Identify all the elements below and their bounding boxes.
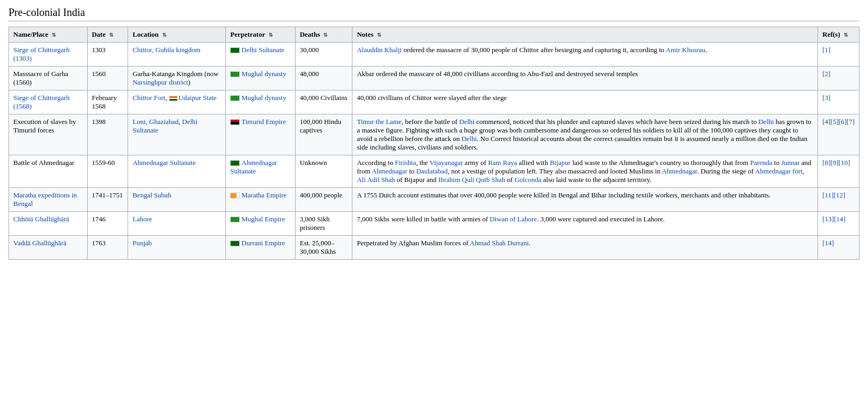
notes-link[interactable]: Bijapur (550, 159, 570, 167)
sort-icon-name[interactable]: ⇅ (52, 32, 56, 38)
cell-refs: [3] (818, 90, 859, 114)
name-link[interactable]: Vaddā Ghallūghārā (13, 239, 66, 247)
notes-link[interactable]: Ram Raya (488, 159, 517, 167)
ref-link[interactable]: [11] (822, 191, 833, 199)
notes-link[interactable]: Ali Adil Shah (357, 176, 395, 184)
perpetrator-link[interactable]: Maratha Empire (241, 191, 286, 199)
table-row: Chhōtā Ghallūghārā1746LahoreMughal Empir… (9, 212, 859, 236)
notes-link[interactable]: Vijayanagar (429, 159, 463, 167)
notes-link[interactable]: Alauddin Khalji (357, 46, 401, 54)
sort-icon-perpetrator[interactable]: ⇅ (268, 32, 273, 38)
notes-link[interactable]: Firishta (395, 159, 416, 167)
cell-deaths: 100,000 Hindu captives (295, 114, 352, 155)
notes-link[interactable]: Ahmednagar (662, 167, 697, 175)
location-link[interactable]: Loni, Ghaziabad (132, 118, 179, 126)
location-link[interactable]: Chittor, Guhila kingdom (132, 46, 200, 54)
notes-link[interactable]: Delhi (759, 118, 774, 126)
cell-date: 1398 (87, 114, 128, 155)
notes-link[interactable]: Daulatabad (416, 167, 448, 175)
name-link[interactable]: Chhōtā Ghallūghārā (13, 215, 69, 223)
ref-link[interactable]: [8] (822, 159, 830, 167)
name-link[interactable]: Siege of Chittorgarh (1568) (13, 94, 70, 110)
notes-link[interactable]: Delhi (461, 135, 477, 143)
header-name[interactable]: Name/Place ⇅ (9, 27, 88, 43)
cell-date: 1303 (87, 43, 128, 67)
table-row: Masssacre of Garha (1560)1560Garha-Katan… (9, 67, 859, 90)
notes-link[interactable]: Diwan of Lahore (490, 215, 537, 223)
notes-link[interactable]: Golconda (515, 176, 542, 184)
sort-icon-notes[interactable]: ⇅ (377, 32, 381, 38)
cell-perpetrator: Ahmednagar Sultanate (226, 155, 296, 188)
cell-name: Execution of slaves by Timurid forces (9, 114, 88, 155)
notes-link[interactable]: Ahmad Shah Durrani (470, 239, 529, 247)
cell-date: February 1568 (87, 90, 128, 114)
cell-notes: 40,000 civillians of Chittor were slayed… (352, 90, 818, 114)
notes-link[interactable]: Amir Khusrau (665, 46, 705, 54)
cell-date: 1746 (87, 212, 128, 236)
header-location[interactable]: Location ⇅ (128, 27, 226, 43)
header-notes[interactable]: Notes ⇅ (352, 27, 818, 43)
location-link[interactable]: Narsinghpur district (132, 78, 188, 86)
header-deaths[interactable]: Deaths ⇅ (295, 27, 352, 43)
table-row: Vaddā Ghallūghārā1763PunjabDurrani Empir… (9, 236, 859, 260)
perpetrator-link[interactable]: Mughal dynasty (241, 70, 286, 78)
perpetrator-link[interactable]: Mughal Empire (241, 215, 285, 223)
notes-link[interactable]: Ibrahim Quli Qutb Shah (439, 176, 505, 184)
notes-link[interactable]: Timur the Lame (357, 118, 401, 126)
cell-name: Masssacre of Garha (1560) (9, 67, 88, 90)
location-link[interactable]: Chittor Fort (132, 94, 165, 102)
location-link[interactable]: Bengal Subah (132, 191, 171, 199)
cell-date: 1741–1751 (87, 188, 128, 212)
cell-notes: Timur the Lame, before the battle of Del… (352, 114, 818, 155)
cell-location: Ahmednagar Sultanate (128, 155, 226, 188)
sort-icon-deaths[interactable]: ⇅ (323, 32, 327, 38)
notes-link[interactable]: Ahmednagar (372, 167, 407, 175)
cell-deaths: 3,000 Sikh prisoners (295, 212, 352, 236)
ref-link[interactable]: [2] (822, 70, 830, 78)
ref-link[interactable]: [6] (839, 118, 847, 126)
location-link[interactable]: Ahmednagar Sultanate (132, 159, 196, 167)
notes-link[interactable]: Delhi (459, 118, 475, 126)
ref-link[interactable]: [1] (822, 46, 830, 54)
notes-link[interactable]: Ahmednagar fort (755, 167, 802, 175)
cell-perpetrator: Maratha Empire (226, 188, 296, 212)
notes-link[interactable]: Junnar (781, 159, 800, 167)
cell-date: 1560 (87, 67, 128, 90)
perpetrator-link[interactable]: Mughal dynasty (241, 94, 286, 102)
cell-name: Maratha expeditions in Bengal (9, 188, 88, 212)
location-link[interactable]: Punjab (132, 239, 151, 247)
ref-link[interactable]: [12] (833, 191, 845, 199)
ref-link[interactable]: [7] (847, 118, 855, 126)
ref-link[interactable]: [13] (822, 215, 834, 223)
cell-perpetrator: Mughal Empire (226, 212, 296, 236)
sort-icon-location[interactable]: ⇅ (162, 32, 166, 38)
ref-link[interactable]: [9] (830, 159, 838, 167)
cell-refs: [11][12] (818, 188, 859, 212)
cell-location: Chittor, Guhila kingdom (128, 43, 226, 67)
header-date[interactable]: Date ⇅ (87, 27, 128, 43)
header-refs[interactable]: Ref(s) ⇅ (818, 27, 859, 43)
ref-link[interactable]: [3] (822, 94, 830, 102)
ref-link[interactable]: [10] (839, 159, 850, 167)
sort-icon-refs[interactable]: ⇅ (844, 32, 848, 38)
perpetrator-link[interactable]: Delhi Sultanate (241, 46, 284, 54)
notes-link[interactable]: Parenda (750, 159, 772, 167)
ref-link[interactable]: [14] (834, 215, 846, 223)
perpetrator-link[interactable]: Timurid Empire (241, 118, 286, 126)
cell-deaths: 400,000 people (295, 188, 352, 212)
cell-date: 1763 (87, 236, 128, 260)
ref-link[interactable]: [5] (830, 118, 838, 126)
location-link[interactable]: Lahore (132, 215, 152, 223)
header-perpetrator[interactable]: Perpetrator ⇅ (226, 27, 296, 43)
ref-link[interactable]: [14] (822, 239, 834, 247)
table-row: Maratha expeditions in Bengal1741–1751Be… (9, 188, 859, 212)
ref-link[interactable]: [4] (822, 118, 830, 126)
name-link[interactable]: Maratha expeditions in Bengal (13, 191, 77, 208)
perpetrator-link[interactable]: Durrani Empire (241, 239, 285, 247)
cell-notes: According to Firishta, the Vijayanagar a… (352, 155, 818, 188)
cell-location: Bengal Subah (128, 188, 226, 212)
name-link[interactable]: Siege of Chittorgarh (1303) (13, 46, 70, 62)
sort-icon-date[interactable]: ⇅ (109, 32, 113, 38)
location-link[interactable]: Udaipur State (179, 94, 217, 102)
cell-location: Chittor Fort, Udaipur State (128, 90, 226, 114)
